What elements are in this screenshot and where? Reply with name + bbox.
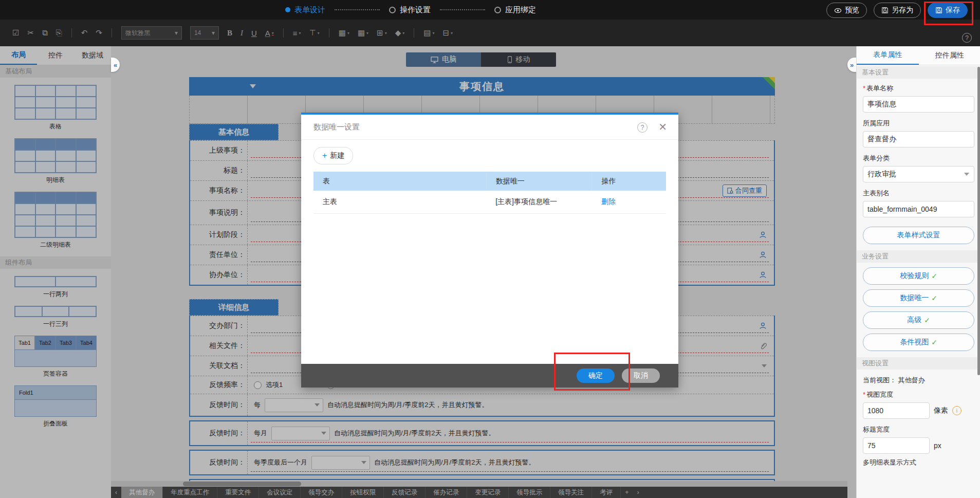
section-basic-settings: 基本设置 (857, 66, 980, 79)
validation-rules-button[interactable]: 校验规则✓ (863, 267, 974, 285)
modal-footer: 确定 取消 (301, 364, 678, 388)
current-view-label: 当前视图： (863, 376, 896, 384)
align-glyph: ≡ (293, 29, 298, 38)
delete-link[interactable]: 删除 (601, 197, 616, 206)
chevron-down-icon (964, 173, 969, 176)
bordercolor-glyph: ▦ (358, 28, 365, 38)
chevron-down-icon: ▾ (212, 29, 215, 36)
background-color-icon[interactable]: ▦▾ (339, 28, 349, 38)
border-color-icon[interactable]: ▦▾ (358, 28, 368, 38)
italic-icon[interactable]: I (241, 29, 243, 38)
info-icon[interactable]: i (952, 406, 961, 415)
toolbar-separator (414, 28, 414, 38)
valign-glyph: ⊤ (309, 28, 316, 38)
toolbar-separator (112, 28, 112, 38)
select-icon[interactable]: ☑ (12, 28, 19, 38)
split-cells-icon[interactable]: ⊟▾ (442, 28, 453, 38)
section-view-settings: 视图设置 (857, 357, 980, 370)
check-icon: ✓ (931, 338, 937, 346)
data-unique-settings-modal: 数据唯一设置 ? ✕ + 新建 表 数据唯一 操作 主表 [主表]事项信息唯一 … (301, 113, 678, 388)
unique-rules-table: 表 数据唯一 操作 主表 [主表]事项信息唯一 删除 (313, 172, 666, 214)
advanced-label: 高级 (907, 316, 921, 325)
chevron-down-icon: ▾ (385, 31, 387, 35)
modal-title: 数据唯一设置 (313, 122, 360, 132)
cancel-button[interactable]: 取消 (622, 368, 660, 383)
font-color-icon[interactable]: A▾ (265, 29, 274, 38)
chevron-down-icon: ▾ (347, 31, 349, 35)
tab-form-properties[interactable]: 表单属性 (857, 46, 919, 65)
copy-icon[interactable]: ⧉ (42, 28, 48, 38)
font-size-value: 14 (194, 29, 201, 36)
paste-icon[interactable]: ⎘ (56, 28, 62, 38)
main-table-alias-input[interactable] (863, 201, 974, 217)
view-width-input[interactable] (863, 402, 930, 419)
undo-icon[interactable]: ↶ (81, 28, 88, 38)
conditional-view-label: 条件视图 (900, 338, 929, 347)
chevron-down-icon: ▾ (451, 31, 453, 35)
step-connector (440, 9, 485, 10)
chevron-down-icon: ▾ (175, 29, 178, 36)
current-view-row: 当前视图： 其他督办 (857, 370, 980, 385)
main-table-alias-field: 主表别名 (857, 183, 980, 218)
help-icon[interactable]: ? (962, 33, 972, 43)
required-asterisk: * (863, 84, 865, 92)
conditional-view-button[interactable]: 条件视图✓ (863, 334, 974, 351)
cut-icon[interactable]: ✂ (27, 28, 34, 38)
save-as-label: 另存为 (892, 6, 913, 15)
toolbar-separator (71, 28, 72, 38)
top-bar: 表单设计 操作设置 应用绑定 预览 另存为 保存 (0, 0, 980, 20)
tab-control-properties[interactable]: 控件属性 (919, 46, 980, 65)
font-color-glyph: A (265, 29, 270, 38)
form-style-settings-button[interactable]: 表单样式设置 (863, 227, 974, 244)
save-as-button[interactable]: 另存为 (874, 3, 921, 18)
eye-icon (834, 7, 842, 14)
column-header-table: 表 (313, 172, 486, 191)
owning-app-input[interactable] (863, 131, 974, 147)
close-icon[interactable]: ✕ (658, 121, 667, 133)
split-glyph: ⊟ (442, 28, 449, 38)
data-unique-button[interactable]: 数据唯一✓ (863, 289, 974, 307)
fill-glyph: ◆ (395, 28, 401, 38)
overflow-cutoff-label: 多明细表显示方式 (857, 455, 980, 467)
check-icon: ✓ (931, 294, 937, 302)
save-button[interactable]: 保存 (928, 3, 968, 18)
step-app-binding[interactable]: 应用绑定 (494, 5, 536, 15)
vertical-scrollbar-thumb[interactable] (977, 67, 980, 375)
advanced-button[interactable]: 高级✓ (863, 311, 974, 329)
preview-label: 预览 (845, 6, 859, 15)
chevron-down-icon: ▾ (272, 31, 274, 35)
validation-rules-label: 校验规则 (900, 271, 929, 281)
ok-button[interactable]: 确定 (577, 368, 615, 383)
new-button-label: 新建 (330, 151, 344, 160)
font-family-select[interactable]: 微软雅黑▾ (121, 26, 182, 40)
step-operation-settings[interactable]: 操作设置 (389, 5, 431, 15)
align-icon[interactable]: ≡▾ (293, 29, 301, 38)
question-icon[interactable]: ? (637, 122, 648, 133)
bold-icon[interactable]: B (227, 29, 232, 38)
form-name-input[interactable] (863, 96, 974, 113)
title-width-unit: px (934, 441, 941, 450)
fill-color-icon[interactable]: ◆▾ (395, 28, 405, 38)
form-category-select[interactable] (863, 166, 974, 182)
field-label: 表单分类 (863, 154, 890, 162)
check-icon: ✓ (924, 316, 930, 324)
format-toolbar: ☑ ✂ ⧉ ⎘ ↶ ↷ 微软雅黑▾ 14▾ B I U A▾ ≡▾ ⊤▾ ▦▾ … (0, 20, 980, 46)
new-button[interactable]: + 新建 (313, 147, 353, 164)
merge-glyph: ▤ (423, 28, 431, 38)
underline-icon[interactable]: U (251, 29, 257, 38)
section-business-settings: 业务设置 (857, 250, 980, 263)
form-style-settings-label: 表单样式设置 (897, 231, 940, 240)
vertical-align-icon[interactable]: ⊤▾ (309, 28, 320, 38)
step-ring-icon (494, 7, 501, 13)
plus-icon: + (322, 151, 327, 160)
title-width-input[interactable] (863, 437, 930, 454)
table-grid-icon[interactable]: ⊞▾ (377, 28, 387, 38)
font-size-select[interactable]: 14▾ (190, 26, 219, 40)
field-label: 标题宽度 (863, 426, 890, 433)
column-header-unique: 数据唯一 (486, 172, 592, 191)
step-form-design[interactable]: 表单设计 (285, 5, 325, 15)
preview-button[interactable]: 预览 (826, 3, 867, 18)
field-label: 主表别名 (863, 189, 890, 197)
redo-icon[interactable]: ↷ (96, 28, 102, 38)
merge-cells-icon[interactable]: ▤▾ (423, 28, 434, 38)
